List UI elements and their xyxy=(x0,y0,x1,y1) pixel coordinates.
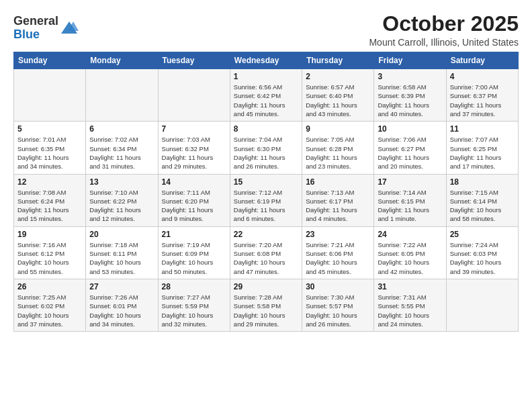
calendar-cell: 29Sunrise: 7:28 AM Sunset: 5:58 PM Dayli… xyxy=(230,279,302,331)
day-number: 28 xyxy=(162,282,226,291)
calendar-cell: 3Sunrise: 6:58 AM Sunset: 6:39 PM Daylig… xyxy=(374,69,446,122)
day-number: 2 xyxy=(306,72,370,81)
calendar-title: October 2025 xyxy=(369,12,519,36)
day-info: Sunrise: 7:03 AM Sunset: 6:32 PM Dayligh… xyxy=(162,136,214,170)
day-info: Sunrise: 7:07 AM Sunset: 6:25 PM Dayligh… xyxy=(450,136,502,170)
logo: General Blue xyxy=(13,15,79,42)
day-info: Sunrise: 7:16 AM Sunset: 6:12 PM Dayligh… xyxy=(17,241,69,275)
col-thursday: Thursday xyxy=(302,52,374,69)
day-number: 30 xyxy=(306,282,370,291)
calendar-week-1: 5Sunrise: 7:01 AM Sunset: 6:35 PM Daylig… xyxy=(14,122,519,174)
calendar-cell: 24Sunrise: 7:22 AM Sunset: 6:05 PM Dayli… xyxy=(374,226,446,279)
day-number: 27 xyxy=(89,282,154,291)
day-number: 17 xyxy=(378,177,442,187)
day-info: Sunrise: 7:13 AM Sunset: 6:17 PM Dayligh… xyxy=(306,189,357,223)
calendar-cell: 9Sunrise: 7:05 AM Sunset: 6:28 PM Daylig… xyxy=(302,122,374,174)
calendar-week-3: 19Sunrise: 7:16 AM Sunset: 6:12 PM Dayli… xyxy=(14,226,519,279)
calendar-cell: 4Sunrise: 7:00 AM Sunset: 6:37 PM Daylig… xyxy=(446,69,518,122)
day-info: Sunrise: 7:12 AM Sunset: 6:19 PM Dayligh… xyxy=(234,189,285,223)
col-friday: Friday xyxy=(374,52,446,69)
day-info: Sunrise: 7:19 AM Sunset: 6:09 PM Dayligh… xyxy=(162,241,214,275)
calendar-cell xyxy=(86,69,158,122)
calendar-cell: 11Sunrise: 7:07 AM Sunset: 6:25 PM Dayli… xyxy=(446,122,518,174)
day-info: Sunrise: 7:18 AM Sunset: 6:11 PM Dayligh… xyxy=(89,241,141,275)
day-number: 16 xyxy=(306,177,370,187)
calendar-cell: 25Sunrise: 7:24 AM Sunset: 6:03 PM Dayli… xyxy=(446,226,518,279)
calendar-cell: 26Sunrise: 7:25 AM Sunset: 6:02 PM Dayli… xyxy=(14,279,86,331)
day-info: Sunrise: 7:27 AM Sunset: 5:59 PM Dayligh… xyxy=(162,293,214,328)
day-number: 6 xyxy=(89,124,154,134)
calendar-cell: 10Sunrise: 7:06 AM Sunset: 6:27 PM Dayli… xyxy=(374,122,446,174)
day-info: Sunrise: 7:30 AM Sunset: 5:57 PM Dayligh… xyxy=(306,293,357,328)
calendar-cell xyxy=(446,279,518,331)
day-info: Sunrise: 7:25 AM Sunset: 6:02 PM Dayligh… xyxy=(17,293,69,328)
calendar-cell: 12Sunrise: 7:08 AM Sunset: 6:24 PM Dayli… xyxy=(14,174,86,226)
col-sunday: Sunday xyxy=(14,52,86,69)
day-number: 23 xyxy=(306,230,370,239)
day-info: Sunrise: 7:02 AM Sunset: 6:34 PM Dayligh… xyxy=(89,136,141,170)
header-row: Sunday Monday Tuesday Wednesday Thursday… xyxy=(14,52,519,69)
calendar-cell: 8Sunrise: 7:04 AM Sunset: 6:30 PM Daylig… xyxy=(230,122,302,174)
calendar-cell: 2Sunrise: 6:57 AM Sunset: 6:40 PM Daylig… xyxy=(302,69,374,122)
calendar-week-2: 12Sunrise: 7:08 AM Sunset: 6:24 PM Dayli… xyxy=(14,174,519,226)
day-number: 3 xyxy=(378,72,442,81)
day-info: Sunrise: 7:08 AM Sunset: 6:24 PM Dayligh… xyxy=(17,189,69,223)
calendar-subtitle: Mount Carroll, Illinois, United States xyxy=(369,37,519,48)
day-number: 29 xyxy=(234,282,298,291)
logo-blue: Blue xyxy=(13,28,40,41)
calendar-cell: 28Sunrise: 7:27 AM Sunset: 5:59 PM Dayli… xyxy=(158,279,230,331)
day-number: 20 xyxy=(89,230,154,239)
calendar-cell xyxy=(158,69,230,122)
day-number: 31 xyxy=(378,282,442,291)
calendar-cell: 21Sunrise: 7:19 AM Sunset: 6:09 PM Dayli… xyxy=(158,226,230,279)
day-info: Sunrise: 7:01 AM Sunset: 6:35 PM Dayligh… xyxy=(17,136,69,170)
calendar-cell: 22Sunrise: 7:20 AM Sunset: 6:08 PM Dayli… xyxy=(230,226,302,279)
page: General Blue October 2025 Mount Carroll,… xyxy=(0,0,532,411)
calendar-cell: 30Sunrise: 7:30 AM Sunset: 5:57 PM Dayli… xyxy=(302,279,374,331)
day-number: 18 xyxy=(450,177,515,187)
day-info: Sunrise: 7:05 AM Sunset: 6:28 PM Dayligh… xyxy=(306,136,357,170)
calendar-cell xyxy=(14,69,86,122)
day-info: Sunrise: 7:24 AM Sunset: 6:03 PM Dayligh… xyxy=(450,241,502,275)
calendar-cell: 27Sunrise: 7:26 AM Sunset: 6:01 PM Dayli… xyxy=(86,279,158,331)
calendar-table: Sunday Monday Tuesday Wednesday Thursday… xyxy=(13,52,519,332)
calendar-cell: 1Sunrise: 6:56 AM Sunset: 6:42 PM Daylig… xyxy=(230,69,302,122)
logo-general: General xyxy=(13,14,58,28)
day-info: Sunrise: 7:26 AM Sunset: 6:01 PM Dayligh… xyxy=(89,293,141,328)
calendar-cell: 23Sunrise: 7:21 AM Sunset: 6:06 PM Dayli… xyxy=(302,226,374,279)
day-number: 5 xyxy=(17,124,82,134)
day-number: 8 xyxy=(234,124,298,134)
day-info: Sunrise: 7:00 AM Sunset: 6:37 PM Dayligh… xyxy=(450,83,502,118)
day-info: Sunrise: 7:06 AM Sunset: 6:27 PM Dayligh… xyxy=(378,136,429,170)
calendar-cell: 19Sunrise: 7:16 AM Sunset: 6:12 PM Dayli… xyxy=(14,226,86,279)
day-number: 21 xyxy=(162,230,226,239)
day-info: Sunrise: 7:10 AM Sunset: 6:22 PM Dayligh… xyxy=(89,189,141,223)
calendar-cell: 18Sunrise: 7:15 AM Sunset: 6:14 PM Dayli… xyxy=(446,174,518,226)
day-number: 1 xyxy=(234,72,298,81)
calendar-week-4: 26Sunrise: 7:25 AM Sunset: 6:02 PM Dayli… xyxy=(14,279,519,331)
day-number: 24 xyxy=(378,230,442,239)
day-info: Sunrise: 7:15 AM Sunset: 6:14 PM Dayligh… xyxy=(450,189,502,223)
day-info: Sunrise: 7:20 AM Sunset: 6:08 PM Dayligh… xyxy=(234,241,285,275)
day-number: 14 xyxy=(162,177,226,187)
day-info: Sunrise: 6:58 AM Sunset: 6:39 PM Dayligh… xyxy=(378,83,429,118)
calendar-cell: 13Sunrise: 7:10 AM Sunset: 6:22 PM Dayli… xyxy=(86,174,158,226)
calendar-cell: 15Sunrise: 7:12 AM Sunset: 6:19 PM Dayli… xyxy=(230,174,302,226)
col-saturday: Saturday xyxy=(446,52,518,69)
day-number: 10 xyxy=(378,124,442,134)
day-number: 13 xyxy=(89,177,154,187)
day-number: 11 xyxy=(450,124,515,134)
day-number: 22 xyxy=(234,230,298,239)
calendar-cell: 20Sunrise: 7:18 AM Sunset: 6:11 PM Dayli… xyxy=(86,226,158,279)
day-number: 4 xyxy=(450,72,515,81)
day-info: Sunrise: 7:22 AM Sunset: 6:05 PM Dayligh… xyxy=(378,241,429,275)
day-info: Sunrise: 7:04 AM Sunset: 6:30 PM Dayligh… xyxy=(234,136,285,170)
day-info: Sunrise: 6:56 AM Sunset: 6:42 PM Dayligh… xyxy=(234,83,285,118)
calendar-cell: 6Sunrise: 7:02 AM Sunset: 6:34 PM Daylig… xyxy=(86,122,158,174)
day-number: 15 xyxy=(234,177,298,187)
day-info: Sunrise: 7:11 AM Sunset: 6:20 PM Dayligh… xyxy=(162,189,214,223)
header: General Blue October 2025 Mount Carroll,… xyxy=(13,12,519,48)
day-number: 25 xyxy=(450,230,515,239)
day-info: Sunrise: 7:28 AM Sunset: 5:58 PM Dayligh… xyxy=(234,293,285,328)
day-info: Sunrise: 7:14 AM Sunset: 6:15 PM Dayligh… xyxy=(378,189,429,223)
